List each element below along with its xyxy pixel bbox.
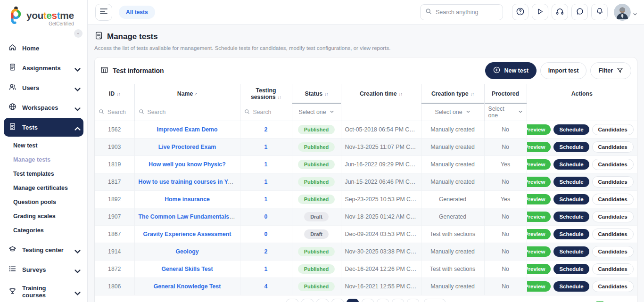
- sidebar-item-workspaces[interactable]: Workspaces: [4, 98, 83, 117]
- sidebar-item-assignments[interactable]: Assignments: [4, 58, 83, 77]
- candidates-button[interactable]: Candidates: [592, 194, 634, 205]
- schedule-button[interactable]: Schedule: [553, 229, 589, 239]
- filter-search-input-id[interactable]: [107, 109, 131, 115]
- sessions-count-link[interactable]: 1: [264, 196, 268, 203]
- candidates-button[interactable]: Candidates: [592, 176, 634, 188]
- page-size-select[interactable]: 10: [424, 299, 446, 302]
- filter-select-proctored[interactable]: Select one: [488, 106, 523, 119]
- test-name-link[interactable]: General Skills Test: [161, 266, 213, 272]
- page-button-5[interactable]: 5: [377, 299, 389, 302]
- preview-button[interactable]: Preview: [527, 124, 551, 135]
- preview-button[interactable]: Preview: [527, 142, 551, 152]
- column-header-creation_type[interactable]: Creation type↓↑: [421, 84, 484, 104]
- global-search[interactable]: [420, 4, 503, 20]
- sidebar-subitem-question-pools[interactable]: Question pools: [0, 195, 87, 209]
- test-name-link[interactable]: Improved Exam Demo: [157, 126, 217, 133]
- page-button-2[interactable]: 2: [331, 299, 344, 302]
- kebab-menu-button[interactable]: ⋮: [636, 126, 637, 133]
- preview-button[interactable]: Preview: [527, 159, 551, 170]
- global-search-input[interactable]: [436, 9, 498, 16]
- filter-search-input-sessions[interactable]: [253, 109, 288, 115]
- column-header-status[interactable]: Status↓↑: [292, 84, 341, 104]
- candidates-button[interactable]: Candidates: [592, 229, 634, 240]
- last-page-button[interactable]: »: [407, 299, 419, 302]
- candidates-button[interactable]: Candidates: [592, 263, 634, 275]
- test-name-link[interactable]: How well you know Physic?: [149, 161, 225, 168]
- test-name-link[interactable]: General Knowledge Test: [154, 283, 221, 290]
- sidebar-subitem-new-test[interactable]: New test: [0, 139, 87, 153]
- previous-page-button[interactable]: ‹: [301, 299, 314, 302]
- kebab-menu-button[interactable]: ⋮: [636, 248, 637, 255]
- excel-export-icon[interactable]: [596, 301, 604, 302]
- column-header-creation_time[interactable]: Creation time↓↑: [341, 84, 421, 104]
- sessions-count-link[interactable]: 1: [264, 179, 268, 185]
- sidebar-subitem-manage-tests[interactable]: Manage tests: [0, 153, 87, 167]
- kebab-menu-button[interactable]: ⋮: [636, 196, 637, 203]
- schedule-button[interactable]: Schedule: [553, 142, 589, 152]
- sidebar-collapse-button[interactable]: «: [74, 29, 83, 38]
- sessions-count-link[interactable]: 1: [264, 266, 268, 272]
- filter-button[interactable]: Filter: [590, 62, 631, 79]
- sessions-count-link[interactable]: 1: [264, 161, 268, 168]
- test-name-link[interactable]: How to use training courses in YouTestMe: [139, 179, 240, 185]
- filter-select-status[interactable]: Select one: [296, 109, 337, 115]
- schedule-button[interactable]: Schedule: [553, 177, 589, 187]
- sidebar-item-users[interactable]: Users: [4, 78, 83, 97]
- sessions-count-link[interactable]: 0: [264, 231, 268, 237]
- column-header-id[interactable]: ID↓↑: [95, 84, 134, 104]
- help-button[interactable]: [512, 4, 528, 20]
- preview-button[interactable]: Preview: [527, 281, 551, 292]
- menu-toggle-button[interactable]: [95, 4, 112, 21]
- schedule-button[interactable]: Schedule: [553, 159, 589, 170]
- kebab-menu-button[interactable]: ⋮: [636, 213, 637, 220]
- preview-button[interactable]: Preview: [527, 212, 551, 222]
- preview-button[interactable]: Preview: [527, 246, 551, 257]
- preview-button[interactable]: Preview: [527, 177, 551, 187]
- schedule-button[interactable]: Schedule: [553, 264, 589, 274]
- notifications-button[interactable]: [591, 4, 608, 20]
- preview-button[interactable]: Preview: [527, 194, 551, 204]
- next-page-button[interactable]: ›: [392, 299, 404, 302]
- kebab-menu-button[interactable]: ⋮: [636, 178, 637, 186]
- candidates-button[interactable]: Candidates: [592, 211, 634, 222]
- filter-select-creation_type[interactable]: Select one: [425, 109, 480, 115]
- user-menu[interactable]: [614, 4, 637, 21]
- preview-button[interactable]: Preview: [527, 229, 551, 239]
- sidebar-subitem-test-templates[interactable]: Test templates: [0, 167, 87, 181]
- column-header-sessions[interactable]: Testing sessions↓↑: [240, 84, 292, 104]
- test-name-link[interactable]: Live Proctored Exam: [158, 144, 216, 150]
- page-button-4[interactable]: 4: [362, 299, 374, 302]
- kebab-menu-button[interactable]: ⋮: [636, 283, 637, 290]
- kebab-menu-button[interactable]: ⋮: [636, 230, 637, 238]
- test-name-link[interactable]: The Common Law Fundamentals Assess...: [139, 213, 240, 220]
- filter-search-input-name[interactable]: [148, 109, 236, 115]
- sidebar-subitem-grading-scales[interactable]: Grading scales: [0, 209, 87, 223]
- sidebar-subitem-categories[interactable]: Categories: [0, 223, 87, 237]
- sidebar-item-training-courses[interactable]: Training courses: [4, 280, 83, 302]
- tutorial-button[interactable]: [532, 4, 548, 20]
- sidebar-item-home[interactable]: Home: [4, 39, 83, 57]
- candidates-button[interactable]: Candidates: [592, 246, 634, 257]
- sessions-count-link[interactable]: 2: [264, 248, 268, 255]
- schedule-button[interactable]: Schedule: [553, 194, 589, 204]
- sidebar-item-surveys[interactable]: Surveys: [4, 260, 83, 279]
- brand-logo[interactable]: youtestme GetCertified: [0, 6, 87, 27]
- kebab-menu-button[interactable]: ⋮: [636, 161, 637, 168]
- page-button-3[interactable]: 3: [347, 299, 359, 302]
- schedule-button[interactable]: Schedule: [553, 124, 589, 135]
- test-name-link[interactable]: Home insurance: [165, 196, 210, 203]
- candidates-button[interactable]: Candidates: [592, 159, 634, 170]
- sessions-count-link[interactable]: 4: [264, 283, 268, 290]
- candidates-button[interactable]: Candidates: [592, 281, 634, 292]
- breadcrumb-all-tests[interactable]: All tests: [119, 6, 155, 19]
- candidates-button[interactable]: Candidates: [592, 141, 634, 153]
- schedule-button[interactable]: Schedule: [553, 212, 589, 222]
- page-button-1[interactable]: 1: [316, 299, 329, 302]
- sidebar-subitem-manage-certificates[interactable]: Manage certificates: [0, 181, 87, 195]
- first-page-button[interactable]: «: [286, 299, 298, 302]
- sessions-count-link[interactable]: 1: [264, 144, 268, 150]
- preview-button[interactable]: Preview: [527, 264, 551, 274]
- support-button[interactable]: [552, 4, 568, 20]
- sessions-count-link[interactable]: 2: [264, 126, 268, 133]
- sidebar-item-testing-center[interactable]: Testing center: [4, 240, 83, 259]
